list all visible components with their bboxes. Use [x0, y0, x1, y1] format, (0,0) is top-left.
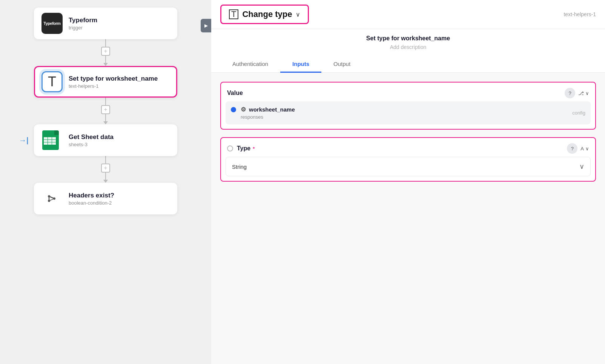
typeform-icon: Typeform: [41, 13, 63, 34]
arrow-down-3: [103, 180, 108, 183]
right-panel: T Change type ∨ text-helpers-1 Set type …: [211, 0, 605, 364]
type-field-section: Type* ? A ∨ String ∨: [220, 137, 596, 182]
a-format-icon: A: [580, 146, 584, 151]
typeform-title: Typeform: [69, 17, 97, 24]
add-step-button-3[interactable]: +: [101, 164, 110, 173]
gear-icon: ⚙: [241, 106, 246, 113]
text-helper-subtitle: text-helpers-1: [69, 83, 158, 89]
value-config-label: config: [572, 110, 585, 116]
type-dropdown-chevron-icon: ∨: [585, 146, 589, 151]
connector-line-4: [105, 114, 106, 122]
value-field-inner[interactable]: ⚙ worksheet_name responses config: [226, 101, 591, 124]
value-field-section: Value ? ⎇ ∨ ⚙ worksheet_name r: [220, 82, 596, 130]
active-indicator: →|: [19, 136, 29, 145]
type-help-button[interactable]: ?: [567, 143, 577, 154]
connector-2: +: [101, 98, 110, 124]
connector-line: [105, 39, 106, 47]
sheets-text: Get Sheet data sheets-3: [69, 133, 114, 147]
typeform-text: Typeform trigger: [69, 17, 97, 31]
arrow-down-1: [103, 63, 108, 66]
sheets-title: Get Sheet data: [69, 133, 114, 141]
value-field-header: Value ? ⎇ ∨: [221, 83, 595, 101]
connector-line-2: [105, 56, 106, 63]
type-dropdown-arrow-icon: ∨: [579, 162, 584, 171]
type-dropdown[interactable]: String ∨: [226, 157, 591, 176]
type-field-header: Type* ? A ∨: [221, 138, 595, 157]
page-title: Set type for worksheet_name: [220, 35, 596, 42]
text-helper-title: Set type for worksheet_name: [69, 75, 158, 83]
tab-inputs[interactable]: Inputs: [280, 56, 321, 73]
change-type-chevron-icon: ∨: [296, 11, 300, 18]
left-panel: Typeform Typeform trigger + T Set type f…: [0, 0, 211, 364]
flow-container: Typeform Typeform trigger + T Set type f…: [0, 8, 211, 214]
node-id-label: text-helpers-1: [564, 11, 596, 17]
add-step-button-2[interactable]: +: [101, 105, 110, 114]
text-helper-icon: T: [41, 71, 63, 92]
branch-text: Headers exist? boolean-condition-2: [69, 192, 114, 206]
type-value-label: String: [232, 164, 247, 170]
branch-subtitle: boolean-condition-2: [69, 200, 114, 206]
dropdown-chevron-icon: ∨: [585, 90, 589, 96]
value-name: ⚙ worksheet_name: [241, 106, 568, 113]
tab-authentication[interactable]: Authentication: [220, 56, 280, 73]
content-area: Value ? ⎇ ∨ ⚙ worksheet_name r: [211, 73, 605, 364]
connector-3: +: [101, 156, 110, 183]
svg-point-1: [48, 200, 50, 202]
value-field-actions: ? ⎇ ∨: [565, 88, 589, 98]
value-content: ⚙ worksheet_name responses: [241, 106, 568, 120]
connector-line-6: [105, 173, 106, 180]
type-circle-icon: [227, 145, 233, 151]
typeform-node[interactable]: Typeform Typeform trigger: [34, 8, 177, 39]
branch-icon: [41, 188, 63, 209]
value-help-button[interactable]: ?: [565, 88, 575, 98]
branch-symbol: ⎇: [578, 90, 584, 96]
value-type-selector[interactable]: ⎇ ∨: [578, 90, 589, 96]
text-helper-text: Set type for worksheet_name text-helpers…: [69, 75, 158, 89]
arrow-down-2: [103, 121, 108, 124]
add-step-button-1[interactable]: +: [101, 47, 110, 56]
worksheet-name-label: worksheet_name: [249, 106, 295, 113]
header: T Change type ∨ text-helpers-1: [211, 0, 605, 29]
change-type-label: Change type: [242, 9, 292, 19]
branch-title: Headers exist?: [69, 192, 114, 199]
collapse-button[interactable]: [201, 19, 211, 32]
svg-point-0: [48, 195, 50, 197]
required-asterisk: *: [253, 146, 255, 151]
type-field-actions: ? A ∨: [567, 143, 589, 154]
connector-1: +: [101, 39, 110, 66]
connector-line-5: [105, 156, 106, 164]
tab-output[interactable]: Output: [321, 56, 362, 73]
sheets-node[interactable]: →|: [34, 124, 177, 156]
add-description-button[interactable]: Add description: [220, 44, 596, 50]
type-field-label: Type*: [237, 145, 255, 152]
tabs: Authentication Inputs Output: [211, 56, 605, 73]
text-helper-node[interactable]: T Set type for worksheet_name text-helpe…: [34, 66, 177, 98]
connector-line-3: [105, 98, 106, 105]
svg-point-2: [53, 197, 55, 200]
type-format-selector[interactable]: A ∨: [580, 146, 589, 151]
value-field-label: Value: [227, 90, 243, 96]
branch-node[interactable]: Headers exist? boolean-condition-2: [34, 183, 177, 214]
typeform-subtitle: trigger: [69, 25, 97, 31]
sheets-icon: [41, 130, 63, 151]
text-type-icon: T: [229, 9, 238, 19]
change-type-button[interactable]: T Change type ∨: [220, 5, 309, 24]
title-area: Set type for worksheet_name Add descript…: [211, 29, 605, 50]
value-dot: [231, 107, 236, 112]
value-source: responses: [241, 114, 568, 120]
sheets-subtitle: sheets-3: [69, 142, 114, 147]
